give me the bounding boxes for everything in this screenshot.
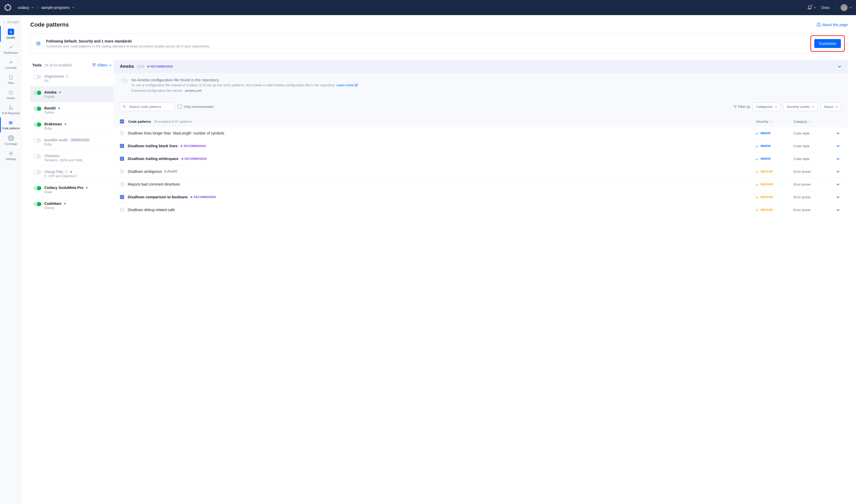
tool-item[interactable]: Aligncheck⟨⟩Go (30, 70, 114, 86)
breadcrumb-org-label: codacy (18, 5, 29, 10)
tool-item[interactable]: Clang-Tidy⟨⟩★C, CPP and Objective C (30, 166, 114, 182)
toggle-knob (37, 123, 41, 127)
expand-row[interactable] (836, 157, 841, 161)
severity-icon (756, 145, 759, 147)
pattern-row: Disallows lines longer than `MaxLength` … (114, 127, 848, 140)
chevron-down-icon (109, 64, 111, 67)
categories-dropdown[interactable]: Categories (753, 103, 781, 111)
pattern-checkbox[interactable]: ✓ (120, 144, 124, 148)
checkbox-input[interactable] (178, 105, 182, 109)
pattern-checkbox[interactable] (120, 208, 124, 212)
tool-toggle[interactable] (33, 91, 41, 95)
tool-info: Brakeman★Ruby (44, 122, 110, 130)
sidebar-item-commits[interactable]: Commits (0, 57, 22, 72)
tool-item[interactable]: Brakeman★Ruby (30, 118, 114, 134)
status-dropdown[interactable]: Status (820, 103, 841, 111)
sidebar-item-quality[interactable]: q Quality (0, 26, 22, 42)
tool-toggle[interactable] (33, 123, 41, 127)
tools-title: Tools (32, 63, 42, 67)
severity-label: MEDIUM (761, 208, 772, 211)
breadcrumb-repo[interactable]: sample-programs (41, 5, 74, 10)
expand-row[interactable] (836, 131, 841, 135)
sidebar-item-pull-requests[interactable]: Pull Requests (0, 102, 22, 117)
pattern-checkbox[interactable] (120, 169, 124, 174)
tool-toggle[interactable] (33, 186, 41, 190)
tool-toggle[interactable] (33, 154, 41, 159)
expand-row[interactable] (836, 170, 841, 173)
tool-item[interactable]: CheckovTerraform, JSON and YAML (30, 150, 114, 166)
sidebar-item-settings[interactable]: Settings (0, 148, 22, 163)
toggle-knob (33, 170, 37, 174)
only-recommended-checkbox[interactable]: Only recommended (178, 105, 213, 109)
chevron-down-icon (814, 6, 816, 9)
go-back-link[interactable]: ← Go back (0, 18, 22, 26)
collapse-toggle[interactable] (838, 65, 841, 68)
toggle-knob (37, 91, 41, 95)
severity-cell: MINOR (756, 144, 790, 147)
codacy-logo[interactable] (4, 4, 12, 11)
sidebar-item-label: Pull Requests (2, 111, 20, 115)
breadcrumb: codacy / sample-programs (18, 5, 74, 10)
sidebar-item-files[interactable]: Files (0, 72, 22, 87)
severity-icon (756, 170, 759, 173)
breadcrumb-org[interactable]: codacy (18, 5, 34, 10)
book-icon (817, 23, 821, 27)
user-menu[interactable] (840, 4, 852, 11)
severity-dropdown[interactable]: Severity Levels (783, 103, 818, 111)
sidebar-item-coverage[interactable]: c Coverage (0, 132, 22, 148)
tool-toggle[interactable] (33, 202, 41, 206)
config-file-toggle[interactable]: ✕ (120, 78, 128, 83)
tool-toggle[interactable] (33, 75, 41, 79)
about-this-page-link[interactable]: About this page (817, 23, 848, 27)
tool-item[interactable]: Bandit★Python (30, 102, 114, 118)
tool-info: CodeNarc★Groovy (44, 201, 110, 210)
sidebar-item-dashboard[interactable]: Dashboard (0, 42, 22, 57)
sidebar-item-code-patterns[interactable]: Code patterns (0, 117, 22, 132)
expand-row[interactable] (836, 195, 841, 199)
star-icon: ★ (70, 170, 72, 174)
filters-label: Filters (97, 63, 107, 67)
column-severity-header[interactable]: Severity ▲▼ (756, 120, 790, 124)
pattern-checkbox[interactable]: ✓ (120, 195, 124, 199)
sidebar-item-issues[interactable]: Issues (0, 87, 22, 102)
learn-more-link[interactable]: Learn more (337, 83, 358, 87)
tool-name: bundler-audit (44, 138, 68, 142)
pull-requests-icon (8, 105, 14, 110)
pattern-name: Disallows trailing blank lines (128, 144, 178, 148)
patterns-header[interactable]: Ameba 1.5.0 ★ RECOMMENDED (114, 60, 848, 73)
tool-toggle[interactable] (33, 138, 41, 143)
expand-row[interactable] (836, 208, 841, 212)
column-name-header[interactable]: Code patterns (128, 120, 151, 124)
severity-icon (756, 196, 759, 198)
chevron-down-icon (836, 208, 840, 212)
tool-item[interactable]: CodeNarc★Groovy (30, 198, 114, 213)
tool-toggle[interactable] (33, 170, 41, 174)
chevron-down-icon (31, 6, 34, 9)
tool-toggle[interactable] (33, 107, 41, 111)
tool-item[interactable]: Codacy ScalaMeta Pro★Scala (30, 182, 114, 198)
expand-row[interactable] (836, 144, 841, 148)
tool-name: Aligncheck (44, 74, 64, 78)
patterns-version: 1.5.0 (137, 65, 144, 68)
category-cell: Error prone (793, 170, 833, 174)
sidebar-item-label: Issues (7, 96, 15, 100)
select-all-checkbox[interactable]: − (120, 119, 124, 124)
tool-info: Codacy ScalaMeta Pro★Scala (44, 185, 110, 194)
severity-cell: MINOR (756, 157, 790, 160)
pattern-checkbox[interactable]: ✓ (120, 157, 124, 161)
category-cell: Code style (793, 157, 833, 161)
expand-row[interactable] (836, 182, 841, 186)
chevron-down-icon (835, 106, 838, 108)
pattern-checkbox[interactable] (120, 131, 124, 135)
chevron-down-icon (72, 6, 74, 9)
tool-info: Ameba★Crystal (44, 90, 110, 98)
notifications-button[interactable] (807, 5, 816, 10)
filters-button[interactable]: Filters (92, 63, 111, 67)
search-input[interactable] (120, 103, 175, 111)
customize-button[interactable]: Customize (814, 39, 841, 48)
tool-item[interactable]: Ameba★Crystal (30, 86, 114, 102)
column-category-header[interactable]: Category ▲▼ (793, 120, 833, 124)
tool-item[interactable]: bundler-auditDEPRECATEDRuby (30, 134, 114, 150)
docs-link[interactable]: Docs (821, 5, 830, 10)
pattern-checkbox[interactable] (120, 182, 124, 186)
